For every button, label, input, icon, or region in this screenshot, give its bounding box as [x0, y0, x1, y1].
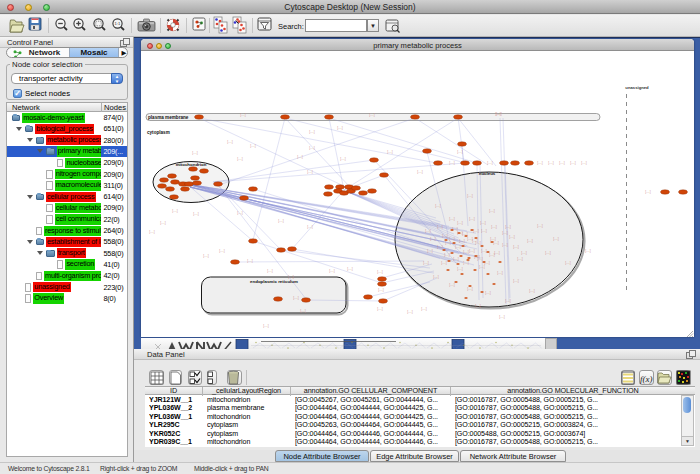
- svg-text:[....]: [....]: [267, 269, 272, 273]
- svg-text:[....]: [....]: [527, 239, 532, 243]
- svg-text:[....]: [....]: [442, 234, 447, 238]
- svg-text:[....]: [....]: [467, 287, 472, 291]
- svg-text:[....]: [....]: [377, 307, 382, 311]
- svg-text:[....]: [....]: [517, 257, 522, 261]
- svg-text:[....]: [....]: [491, 225, 496, 229]
- svg-text:[....]: [....]: [427, 249, 432, 253]
- svg-text:[....]: [....]: [570, 161, 575, 165]
- svg-text:1:1: 1:1: [115, 21, 121, 26]
- svg-text:[....]: [....]: [513, 279, 518, 283]
- svg-text:[....]: [....]: [463, 261, 468, 265]
- svg-text:[....]: [....]: [537, 161, 542, 165]
- svg-text:[....]: [....]: [421, 307, 426, 311]
- svg-text:[....]: [....]: [250, 144, 255, 148]
- svg-text:[....]: [....]: [387, 150, 392, 154]
- svg-text:[....]: [....]: [423, 261, 428, 265]
- svg-text:[....]: [....]: [475, 241, 480, 245]
- svg-text:[....]: [....]: [521, 251, 526, 255]
- svg-text:[....]: [....]: [203, 254, 208, 258]
- svg-text:[....]: [....]: [457, 267, 462, 271]
- svg-text:[....]: [....]: [193, 212, 198, 216]
- svg-text:[....]: [....]: [467, 237, 472, 241]
- svg-text:[....]: [....]: [192, 151, 197, 155]
- svg-text:[....]: [....]: [495, 112, 500, 116]
- svg-text:nucleus: nucleus: [479, 171, 496, 176]
- svg-text:[....]: [....]: [278, 219, 283, 223]
- svg-text:plasma membrane: plasma membrane: [148, 115, 189, 120]
- svg-text:[....]: [....]: [172, 209, 177, 213]
- svg-text:[....]: [....]: [485, 291, 490, 295]
- svg-text:[....]: [....]: [459, 239, 464, 243]
- svg-text:[....]: [....]: [347, 267, 352, 271]
- svg-text:[....]: [....]: [219, 249, 224, 253]
- svg-text:[....]: [....]: [493, 241, 498, 245]
- svg-text:[....]: [....]: [247, 259, 252, 263]
- svg-text:[....]: [....]: [263, 324, 268, 328]
- svg-text:[....]: [....]: [529, 289, 534, 293]
- svg-text:[....]: [....]: [449, 161, 454, 165]
- svg-text:[....]: [....]: [553, 237, 558, 241]
- svg-text:[....]: [....]: [497, 271, 502, 275]
- svg-text:[....]: [....]: [240, 113, 245, 117]
- svg-text:[....]: [....]: [160, 221, 165, 225]
- svg-text:unassigned: unassigned: [625, 85, 649, 90]
- svg-text:[....]: [....]: [473, 229, 478, 233]
- svg-text:[....]: [....]: [309, 130, 314, 134]
- svg-text:[....]: [....]: [437, 245, 442, 249]
- svg-text:[....]: [....]: [581, 161, 586, 165]
- svg-text:[....]: [....]: [435, 204, 440, 208]
- svg-text:[....]: [....]: [340, 157, 345, 161]
- svg-text:[....]: [....]: [377, 270, 382, 274]
- svg-text:[....]: [....]: [481, 249, 486, 253]
- svg-text:[....]: [....]: [149, 230, 154, 234]
- svg-text:[....]: [....]: [457, 150, 462, 154]
- svg-text:f(x): f(x): [640, 374, 653, 384]
- svg-text:[....]: [....]: [417, 170, 422, 174]
- svg-text:[....]: [....]: [444, 253, 449, 257]
- svg-text:[....]: [....]: [227, 140, 232, 144]
- svg-text:[....]: [....]: [457, 221, 462, 225]
- svg-text:[....]: [....]: [645, 190, 650, 194]
- svg-text:[....]: [....]: [479, 265, 484, 269]
- svg-text:[....]: [....]: [463, 250, 468, 254]
- svg-text:[....]: [....]: [288, 275, 293, 279]
- svg-text:[....]: [....]: [502, 243, 507, 247]
- svg-text:[....]: [....]: [509, 235, 514, 239]
- svg-text:[....]: [....]: [537, 224, 542, 228]
- svg-text:[....]: [....]: [487, 161, 492, 165]
- svg-text:[....]: [....]: [433, 275, 438, 279]
- svg-text:[....]: [....]: [237, 211, 242, 215]
- svg-text:[....]: [....]: [430, 237, 435, 241]
- svg-text:[....]: [....]: [237, 157, 242, 161]
- svg-text:endoplasmic reticulum: endoplasmic reticulum: [250, 279, 298, 284]
- svg-text:[....]: [....]: [467, 194, 472, 198]
- svg-text:[....]: [....]: [337, 126, 342, 130]
- svg-text:[....]: [....]: [297, 155, 302, 159]
- svg-text:[....]: [....]: [441, 261, 446, 265]
- svg-text:[....]: [....]: [469, 249, 474, 253]
- svg-text:[....]: [....]: [455, 245, 460, 249]
- svg-text:[....]: [....]: [585, 249, 590, 253]
- svg-text:[....]: [....]: [480, 221, 485, 225]
- svg-text:[....]: [....]: [449, 237, 454, 241]
- svg-text:[....]: [....]: [307, 225, 312, 229]
- svg-text:[....]: [....]: [449, 283, 454, 287]
- svg-text:[....]: [....]: [548, 161, 553, 165]
- svg-text:[....]: [....]: [445, 241, 450, 245]
- svg-text:[....]: [....]: [565, 261, 570, 265]
- svg-text:[....]: [....]: [469, 217, 474, 221]
- svg-text:[....]: [....]: [300, 309, 305, 313]
- svg-text:[....]: [....]: [513, 245, 518, 249]
- svg-text:[....]: [....]: [505, 225, 510, 229]
- svg-text:[....]: [....]: [307, 170, 312, 174]
- svg-text:[....]: [....]: [559, 161, 564, 165]
- svg-text:[....]: [....]: [545, 251, 550, 255]
- svg-text:[....]: [....]: [329, 269, 334, 273]
- svg-text:[....]: [....]: [505, 299, 510, 303]
- svg-text:[....]: [....]: [437, 225, 442, 229]
- svg-text:[....]: [....]: [378, 288, 383, 292]
- svg-text:[....]: [....]: [494, 251, 499, 255]
- svg-text:mitochondrion: mitochondrion: [176, 162, 207, 167]
- svg-text:[....]: [....]: [425, 229, 430, 233]
- svg-text:[....]: [....]: [502, 231, 507, 235]
